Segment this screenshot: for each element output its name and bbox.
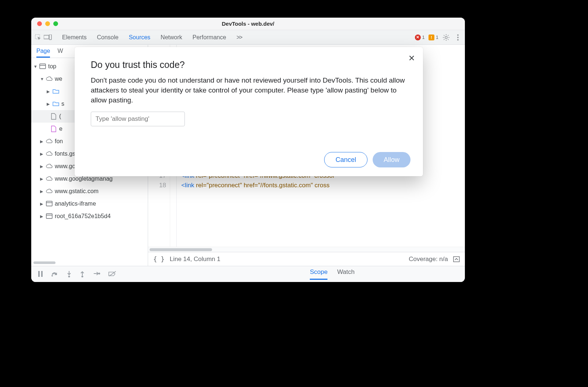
device-mode-icon[interactable] (44, 33, 52, 41)
debugger-tabs: Scope Watch (310, 268, 355, 280)
overflow-menu-icon[interactable] (454, 33, 462, 41)
dialog-body: Don't paste code you do not understand o… (91, 75, 407, 105)
editor-hscroll[interactable] (148, 247, 465, 252)
deactivate-breakpoints-icon[interactable] (108, 271, 116, 278)
step-over-icon[interactable] (51, 271, 58, 278)
format-icon[interactable]: { } (153, 256, 165, 263)
svg-point-4 (457, 34, 459, 36)
svg-rect-1 (44, 35, 49, 39)
allow-button[interactable]: Allow (373, 152, 410, 167)
tab-watch[interactable]: Watch (337, 268, 355, 280)
svg-rect-14 (38, 271, 40, 277)
editor-statusbar: { } Line 14, Column 1 Coverage: n/a (148, 252, 465, 266)
tree-gstatic[interactable]: ▶ www.gstatic.com (31, 185, 148, 198)
navigator-tab-page[interactable]: Page (36, 48, 50, 58)
window-title: DevTools - web.dev/ (31, 21, 465, 27)
tab-performance[interactable]: Performance (193, 34, 226, 41)
tree-root-iframe[interactable]: ▶ root_616a752e1b5d4 (31, 210, 148, 223)
svg-point-3 (445, 36, 447, 39)
svg-point-16 (51, 275, 53, 276)
svg-rect-7 (40, 64, 46, 69)
tree-analytics-iframe[interactable]: ▶ analytics-iframe (31, 198, 148, 210)
error-count[interactable]: ✕1 (415, 35, 425, 40)
trust-code-dialog: ✕ Do you trust this code? Don't paste co… (75, 47, 423, 176)
tab-network[interactable]: Network (161, 34, 182, 41)
navigator-tab-workspace[interactable]: W (57, 48, 63, 58)
close-icon[interactable]: ✕ (408, 54, 415, 63)
cancel-button[interactable]: Cancel (324, 152, 368, 167)
step-icon[interactable] (93, 271, 100, 278)
svg-rect-2 (49, 35, 51, 40)
debugger-bar: Scope Watch (31, 266, 465, 282)
tab-scope[interactable]: Scope (310, 268, 327, 280)
svg-point-6 (457, 39, 459, 40)
window-titlebar: DevTools - web.dev/ (31, 18, 465, 30)
sidebar-hscroll[interactable] (33, 261, 146, 264)
cursor-position: Line 14, Column 1 (170, 256, 220, 263)
allow-pasting-input[interactable] (91, 112, 185, 126)
tab-elements[interactable]: Elements (62, 34, 87, 41)
tab-sources[interactable]: Sources (129, 34, 150, 41)
svg-rect-11 (46, 214, 52, 218)
step-into-icon[interactable] (67, 271, 72, 278)
step-out-icon[interactable] (80, 271, 85, 278)
settings-icon[interactable] (442, 33, 450, 41)
coverage-status: Coverage: n/a (409, 256, 448, 263)
svg-rect-15 (41, 271, 43, 277)
warning-count[interactable]: !1 (429, 35, 438, 40)
svg-point-18 (82, 275, 83, 277)
devtools-toolbar: Elements Console Sources Network Perform… (31, 30, 465, 45)
devtools-window: DevTools - web.dev/ Elements Console Sou… (31, 18, 465, 282)
pause-icon[interactable] (38, 271, 43, 278)
svg-point-17 (68, 275, 70, 277)
debugger-controls (31, 271, 123, 278)
tab-console[interactable]: Console (97, 34, 119, 41)
inspect-icon[interactable] (34, 33, 42, 41)
svg-rect-13 (453, 257, 459, 262)
more-tabs-button[interactable]: >> (236, 34, 242, 41)
panel-tabs: Elements Console Sources Network Perform… (62, 34, 242, 41)
expand-icon[interactable] (453, 256, 460, 262)
dialog-title: Do you trust this code? (91, 59, 407, 70)
svg-point-5 (457, 37, 459, 38)
svg-rect-9 (46, 201, 52, 206)
svg-point-19 (98, 272, 100, 274)
